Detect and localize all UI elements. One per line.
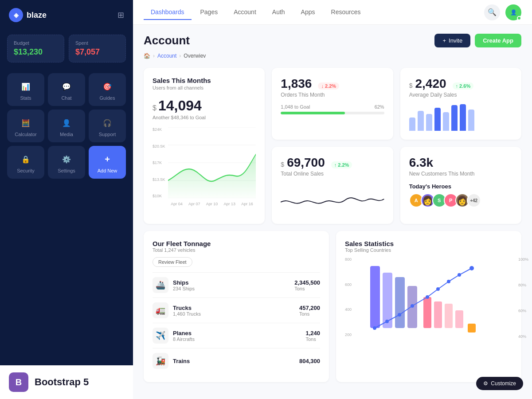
sidebar-item-stats[interactable]: 📊 Stats (7, 73, 44, 106)
sidebar-header: ◈ blaze ⊞ (0, 0, 133, 30)
planes-count: 8 Aircrafts (173, 336, 195, 342)
nav-apps[interactable]: Apps (294, 5, 322, 20)
budget-label: Budget (14, 40, 58, 46)
planes-name: Planes (173, 330, 195, 336)
logo-icon: ◈ (9, 8, 23, 22)
ships-value: 2,345,500 (294, 279, 320, 286)
nav-resources[interactable]: Resources (324, 5, 368, 20)
svg-point-22 (469, 266, 474, 270)
svg-point-19 (436, 287, 440, 291)
pct-100: 100% (518, 257, 528, 262)
calculator-icon: 🧮 (20, 117, 32, 129)
svg-rect-10 (434, 301, 442, 328)
review-fleet-button[interactable]: Review Fleet (153, 257, 192, 267)
sidebar-item-security[interactable]: 🔒 Security (7, 146, 44, 179)
trucks-icon: 🚛 (153, 302, 168, 318)
user-avatar[interactable]: 👤 (505, 4, 521, 20)
svg-rect-12 (455, 310, 463, 328)
sidebar-item-add-new[interactable]: + Add New (89, 146, 126, 179)
nav-links: Dashboards Pages Account Auth Apps Resou… (144, 5, 368, 20)
budget-amount: $13,230 (14, 47, 58, 57)
trains-icon: 🚂 (153, 353, 168, 369)
customers-label: New Customers This Month (409, 171, 512, 177)
media-label: Media (60, 132, 73, 137)
orders-label: Orders This Month (281, 92, 384, 98)
y-label-2: $20.5K (153, 144, 165, 149)
customers-value: 6.3k (409, 156, 512, 170)
nav-auth[interactable]: Auth (265, 5, 292, 20)
spent-amount: $7,057 (75, 47, 119, 57)
bottom-section: Our Fleet Tonnage Total 1,247 vehicles R… (144, 231, 521, 382)
fleet-row-ships: 🚢 Ships 234 Ships 2,345,500 Tons (153, 272, 320, 297)
nav-account[interactable]: Account (227, 5, 263, 20)
ships-icon: 🚢 (153, 277, 168, 293)
sidebar-logo: ◈ blaze (9, 8, 47, 22)
bar-6 (451, 105, 458, 131)
breadcrumb-sep2: › (179, 53, 181, 59)
security-icon: 🔒 (20, 153, 32, 165)
sidebar-item-settings[interactable]: ⚙️ Settings (48, 146, 85, 179)
heroes-avatars: A 👩 S P 👩 +42 (409, 193, 512, 207)
x-label-3: Apr 10 (206, 202, 218, 206)
pct-80: 80% (518, 283, 528, 287)
support-icon: 🎧 (101, 117, 113, 129)
x-label-1: Apr 04 (171, 202, 183, 206)
svg-point-20 (447, 280, 450, 283)
sales-month-card: Sales This Months Users from all channel… (144, 68, 265, 224)
nav-dashboards[interactable]: Dashboards (144, 5, 192, 20)
chat-icon: 💬 (60, 80, 73, 93)
ships-count: 234 Ships (173, 286, 195, 291)
breadcrumb-overwiev: Overwiev (184, 53, 206, 59)
daily-value: 2,420 (415, 77, 446, 91)
daily-sales-card: $ 2,420 ↑ 2.6% Average Daily Sales (400, 68, 521, 140)
sidebar-item-media[interactable]: 👤 Media (48, 110, 85, 142)
pct-60: 60% (518, 309, 528, 313)
sales-y-600: 600 (345, 282, 358, 287)
breadcrumb-account[interactable]: Account (157, 53, 176, 59)
x-label-4: Apr 13 (223, 202, 235, 206)
svg-point-17 (411, 304, 414, 308)
sales-goal-text: Another $48,346 to Goal (153, 115, 256, 120)
budget-cards: Budget $13,230 Spent $7,057 (0, 30, 133, 70)
svg-rect-9 (423, 297, 431, 328)
x-label-2: Apr 07 (188, 202, 200, 206)
sidebar-item-chat[interactable]: 💬 Chat (48, 73, 85, 106)
stats-icon: 📊 (20, 80, 32, 93)
sales-stat-title: Sales Statistics (345, 240, 512, 247)
trucks-value: 457,200 (299, 305, 320, 311)
total-label: Total Online Sales (281, 171, 384, 177)
page-header: Account + Invite Create App (144, 34, 521, 47)
svg-rect-5 (370, 266, 380, 328)
daily-badge: ↑ 2.6% (453, 82, 474, 90)
stats-label: Stats (20, 95, 31, 101)
support-label: Support (99, 132, 116, 137)
sidebar-item-guides[interactable]: 🎯 Guides (89, 73, 126, 106)
avatar-status-dot (517, 16, 521, 20)
sales-subtitle: Users from all channels (153, 85, 256, 90)
add-new-label: Add New (98, 168, 117, 173)
search-button[interactable]: 🔍 (484, 4, 500, 20)
planes-unit: Tons (305, 336, 320, 342)
invite-button[interactable]: + Invite (434, 34, 470, 47)
settings-label: Settings (58, 168, 75, 173)
menu-icon[interactable]: ⊞ (117, 10, 124, 20)
svg-point-14 (373, 326, 376, 330)
page-content: Account + Invite Create App 🏠 › Account … (133, 25, 532, 399)
media-icon: 👤 (60, 117, 73, 129)
sales-title: Sales This Months (153, 77, 256, 84)
sales-stats-card: Sales Statistics Top Selling Countries 8… (336, 231, 521, 382)
sales-y-800: 800 (345, 257, 358, 262)
nav-pages[interactable]: Pages (193, 5, 225, 20)
bootstrap-badge: B Bootstrap 5 (0, 365, 133, 399)
breadcrumb-home-icon[interactable]: 🏠 (144, 53, 150, 59)
sidebar-item-calculator[interactable]: 🧮 Calculator (7, 110, 44, 142)
customize-button[interactable]: ⚙ Customize (476, 377, 523, 390)
sidebar-item-support[interactable]: 🎧 Support (89, 110, 126, 142)
app-name: blaze (27, 11, 47, 20)
bar-8 (468, 110, 474, 131)
trucks-count: 1,460 Trucks (173, 311, 201, 317)
goal-text: 1,048 to Goal (281, 104, 310, 110)
create-app-button[interactable]: Create App (475, 34, 521, 47)
svg-point-18 (426, 295, 429, 299)
heroes-title: Today's Heroes (409, 183, 512, 190)
